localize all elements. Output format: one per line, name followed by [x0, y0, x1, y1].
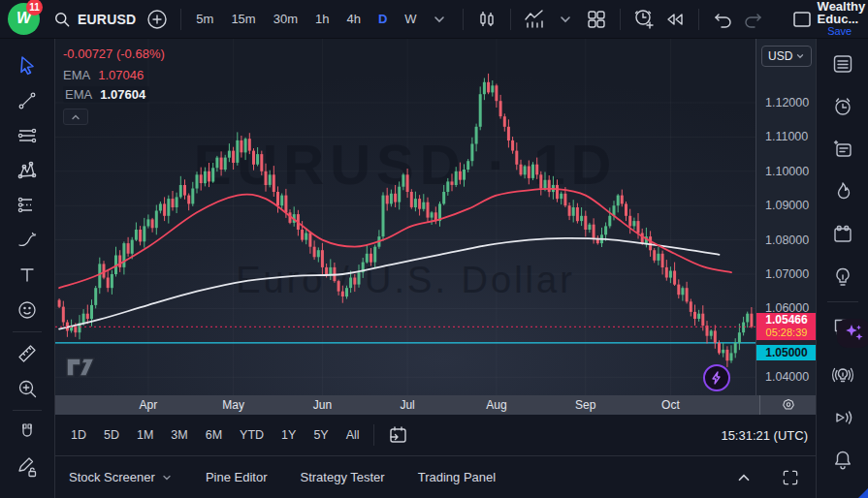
calendar-button[interactable]	[823, 213, 862, 256]
watchlist-icon	[830, 51, 855, 77]
trading-app-window: W 11 EURUSD 5m15m30m1h4hDW	[0, 0, 868, 498]
grid-layout-icon	[585, 8, 608, 31]
month-tick-aug[interactable]: Aug	[479, 398, 514, 412]
footer-item-trading-panel[interactable]: Trading Panel	[418, 470, 496, 484]
chart-style-button[interactable]	[471, 4, 502, 35]
fib-retracement-tool-button[interactable]	[9, 118, 46, 153]
trend-line-tool-button[interactable]	[9, 83, 46, 118]
redo-button[interactable]	[738, 4, 769, 35]
range-button-6m[interactable]: 6M	[200, 424, 228, 446]
ideas-button[interactable]	[823, 256, 862, 298]
currency-select[interactable]: USD	[761, 46, 812, 67]
pattern-tool-button[interactable]	[9, 153, 46, 188]
candlestick-style-icon	[475, 8, 498, 31]
emoji-tool-button[interactable]	[9, 293, 46, 327]
timeframe-button-w[interactable]: W	[398, 8, 423, 30]
timeframe-button-15m[interactable]: 15m	[224, 8, 262, 30]
chart-pane[interactable]: EURUSD · 1DEuro / U.S. Dollar -0.00727 (…	[55, 39, 755, 395]
expand-panel-button[interactable]	[728, 462, 759, 493]
divider	[463, 9, 464, 30]
notes-button[interactable]	[823, 128, 862, 171]
compare-add-symbol-button[interactable]	[142, 4, 173, 35]
drawing-toolbar	[0, 39, 55, 498]
footer-item-pine-editor[interactable]: Pine Editor	[206, 470, 268, 484]
timeframe-button-1h[interactable]: 1h	[308, 8, 336, 30]
timeframe-button-5m[interactable]: 5m	[189, 8, 220, 30]
footer-item-strategy-tester[interactable]: Strategy Tester	[300, 470, 384, 484]
range-button-5y[interactable]: 5Y	[307, 424, 334, 446]
watchlist-button[interactable]	[823, 43, 862, 85]
chart-legend: -0.00727 (-0.68%) EMA 1.07046 EMA 1.0760…	[63, 47, 165, 125]
play-broadcast-icon	[830, 405, 855, 430]
range-button-1d[interactable]: 1D	[65, 424, 92, 446]
range-button-1m[interactable]: 1M	[131, 424, 159, 446]
time-axis[interactable]: AprMayJunJulAugSepOct	[55, 395, 759, 415]
horizontal-level-label: 1.05000	[756, 345, 817, 360]
timeframe-button-4h[interactable]: 4h	[339, 8, 367, 30]
month-tick-jul[interactable]: Jul	[390, 398, 425, 412]
tradingview-logo[interactable]	[65, 355, 100, 384]
layout-templates-button[interactable]	[581, 4, 612, 35]
streams-button[interactable]	[823, 354, 862, 396]
range-button-ytd[interactable]: YTD	[234, 424, 270, 446]
notifications-button[interactable]	[823, 439, 862, 482]
gear-icon	[781, 397, 796, 413]
toolbar-divider	[13, 410, 42, 411]
timeframe-button-30m[interactable]: 30m	[267, 8, 305, 30]
price-axis[interactable]: USD 1.120001.110001.100001.090001.080001…	[755, 39, 816, 415]
chevron-up-icon	[735, 469, 753, 486]
month-tick-sep[interactable]: Sep	[568, 398, 603, 412]
indicators-button[interactable]	[519, 4, 550, 35]
measure-tool-button[interactable]	[9, 336, 46, 371]
timeframe-dropdown-button[interactable]	[424, 4, 455, 35]
account-menu-button[interactable]: Wealthy Educ... Save	[818, 0, 866, 38]
projection-tool-button[interactable]	[9, 188, 46, 223]
price-tick: 1.09000	[765, 199, 809, 212]
boost-button[interactable]	[703, 364, 730, 391]
timeframe-button-d[interactable]: D	[371, 8, 394, 30]
ema-fast-value: 1.07046	[98, 68, 144, 82]
save-layout-button[interactable]	[787, 4, 818, 35]
range-button-all[interactable]: All	[340, 424, 366, 446]
cursor-tool-button[interactable]	[9, 48, 46, 83]
ema-legend-row[interactable]: EMA 1.07046	[63, 67, 147, 83]
month-tick-apr[interactable]: Apr	[131, 398, 166, 412]
range-button-5d[interactable]: 5D	[98, 424, 125, 446]
fullscreen-button[interactable]	[775, 462, 806, 493]
go-to-date-button[interactable]	[382, 420, 413, 451]
resize-corner[interactable]	[858, 488, 868, 498]
app-logo[interactable]: W 11	[0, 0, 47, 39]
footer-item-stock-screener[interactable]: Stock Screener	[69, 470, 173, 484]
layout-square-icon	[790, 8, 814, 31]
month-tick-jun[interactable]: Jun	[305, 398, 339, 412]
ai-assistant-button[interactable]	[837, 319, 868, 348]
hotlists-button[interactable]	[823, 171, 862, 213]
text-tool-button[interactable]	[9, 258, 46, 293]
create-alert-button[interactable]	[628, 4, 659, 35]
brush-tool-button[interactable]	[9, 223, 46, 258]
indicators-dropdown-button[interactable]	[550, 4, 581, 35]
undo-arrow-icon	[711, 8, 734, 31]
chart-settings-corner-button[interactable]	[759, 395, 816, 415]
forecast-lines-icon	[15, 193, 40, 218]
music-streams-button[interactable]	[823, 396, 862, 439]
undo-button[interactable]	[707, 4, 738, 35]
month-tick-may[interactable]: May	[216, 398, 251, 412]
zoom-in-tool-button[interactable]	[9, 371, 46, 406]
date-range-row: 1D5D1M3M6MYTD1Y5YAll 15:31:21 (UTC)	[55, 415, 816, 455]
month-tick-oct[interactable]: Oct	[653, 398, 688, 412]
sidebar-divider	[827, 301, 858, 302]
alerts-button[interactable]	[823, 85, 862, 128]
lock-drawings-button[interactable]	[9, 450, 46, 484]
price-change-readout: -0.00727 (-0.68%)	[63, 47, 165, 61]
collapse-legend-button[interactable]	[63, 109, 88, 125]
ema-legend-row[interactable]: EMA 1.07604	[63, 86, 149, 103]
range-button-3m[interactable]: 3M	[165, 424, 193, 446]
session-clock[interactable]: 15:31:21 (UTC)	[721, 428, 808, 443]
range-button-1y[interactable]: 1Y	[275, 424, 302, 446]
symbol-search-button[interactable]: EURUSD	[47, 4, 142, 35]
cloud-save-button[interactable]: Save	[827, 25, 852, 38]
magnet-mode-button[interactable]	[9, 415, 46, 450]
chat-button[interactable]	[823, 305, 862, 348]
bar-replay-button[interactable]	[659, 4, 691, 35]
